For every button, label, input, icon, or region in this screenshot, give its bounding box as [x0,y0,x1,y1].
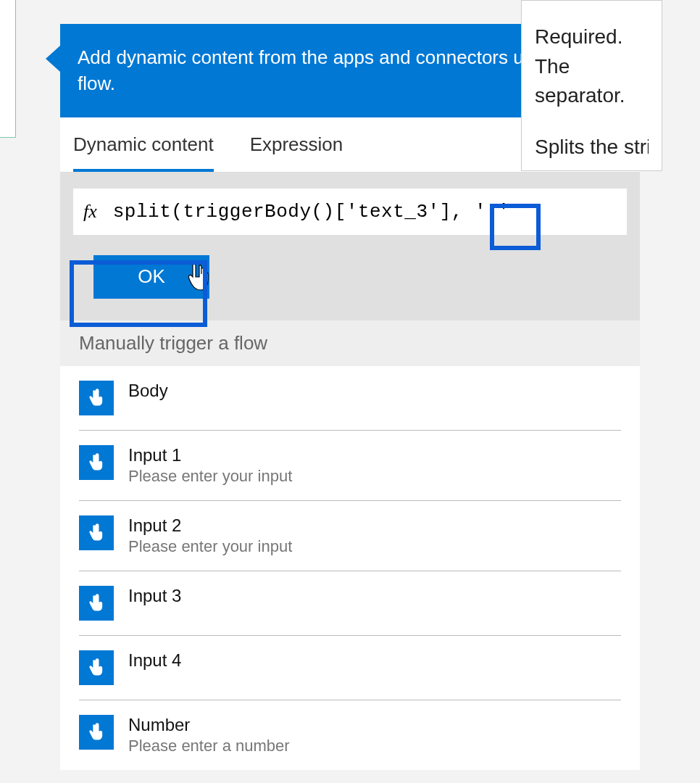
tab-label: Expression [250,133,343,155]
expression-editor-area: fx split(triggerBody()['text_3'], ' ' OK [60,173,640,320]
list-item[interactable]: Input 1 Please enter your input [79,431,621,501]
expression-input[interactable]: fx split(triggerBody()['text_3'], ' ' [73,188,627,235]
parameter-tooltip: Required. The separator. Splits the stri… [521,0,662,171]
list-item[interactable]: Input 4 [79,636,621,700]
list-item-title: Input 3 [128,586,181,606]
list-item[interactable]: Input 2 Please enter your input [79,501,621,571]
list-item-subtitle: Please enter your input [128,467,292,486]
list-item-text: Input 2 Please enter your input [128,515,292,556]
list-item-text: Body [128,381,168,401]
list-item-title: Input 4 [128,650,181,671]
dynamic-content-list: Body Input 1 Please enter your input Inp… [60,366,640,770]
tab-expression[interactable]: Expression [250,117,343,172]
manual-trigger-icon [79,445,114,480]
pointer-cursor-icon [186,264,209,291]
list-item-text: Input 1 Please enter your input [128,445,292,486]
list-item-title: Number [128,715,290,735]
manual-trigger-icon [79,381,114,415]
manual-trigger-icon [79,650,114,685]
list-item[interactable]: Body [79,366,621,431]
tooltip-secondary: Splits the string using [535,133,649,162]
list-item-subtitle: Please enter your input [128,537,292,556]
list-item-text: Input 3 [128,586,181,606]
section-title: Manually trigger a flow [60,320,640,366]
ok-button[interactable]: OK [93,255,209,299]
fx-icon: fx [83,201,97,223]
manual-trigger-icon [79,586,114,621]
manual-trigger-icon [79,515,114,550]
previous-step-card-edge [0,0,16,138]
list-item-title: Body [128,381,168,401]
list-item-title: Input 2 [128,515,292,536]
ok-button-label: OK [138,265,165,287]
expression-text: split(triggerBody()['text_3'], ' ' [113,201,510,223]
list-item-subtitle: Please enter a number [128,737,290,755]
list-item-title: Input 1 [128,445,292,465]
list-item[interactable]: Number Please enter a number [79,700,621,770]
list-item[interactable]: Input 3 [79,571,621,636]
list-item-text: Number Please enter a number [128,715,290,755]
section-title-text: Manually trigger a flow [79,332,267,354]
manual-trigger-icon [79,715,114,750]
tab-dynamic-content[interactable]: Dynamic content [73,117,214,172]
tab-label: Dynamic content [73,133,214,155]
list-item-text: Input 4 [128,650,181,671]
tooltip-primary: Required. The separator. [535,22,649,111]
